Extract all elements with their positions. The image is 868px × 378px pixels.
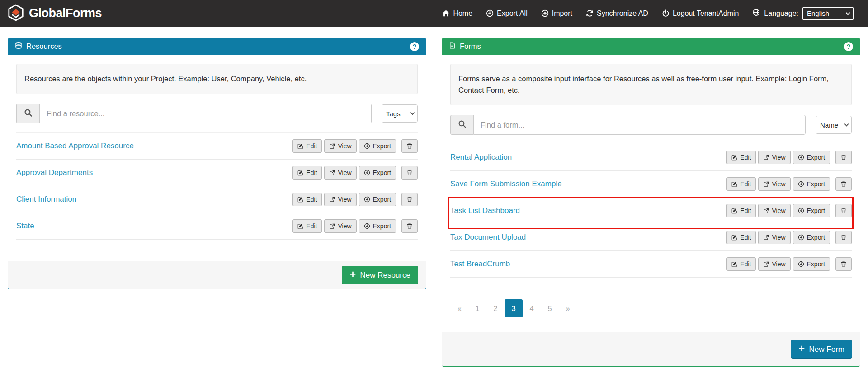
delete-button[interactable] <box>835 177 852 191</box>
forms-filter-select[interactable]: Name <box>816 116 852 134</box>
nav-logout[interactable]: Logout TenantAdmin <box>662 9 739 18</box>
pagination-prev[interactable]: « <box>450 299 468 317</box>
pagination-page-4[interactable]: 4 <box>523 299 541 317</box>
edit-button[interactable]: Edit <box>292 193 322 206</box>
export-icon <box>798 154 804 161</box>
export-icon <box>364 223 370 229</box>
resources-search-input[interactable] <box>39 104 372 123</box>
pagination-page-2[interactable]: 2 <box>486 299 505 317</box>
search-icon <box>458 120 467 130</box>
plus-icon <box>349 271 356 280</box>
export-button[interactable]: Export <box>793 177 830 191</box>
edit-button[interactable]: Edit <box>726 151 756 164</box>
trash-icon <box>840 154 847 161</box>
forms-search-addon <box>450 115 473 135</box>
export-icon <box>798 234 804 241</box>
nav-import[interactable]: Import <box>541 9 572 18</box>
forms-panel-body: Forms serve as a composite input interfa… <box>442 55 860 326</box>
delete-button[interactable] <box>835 204 852 217</box>
brand: GlobalForms <box>7 4 102 23</box>
edit-button[interactable]: Edit <box>726 204 756 217</box>
view-button[interactable]: View <box>758 151 790 164</box>
row-actions: Edit View Export <box>292 139 418 153</box>
export-button[interactable]: Export <box>359 139 396 153</box>
nav-synchronize-ad[interactable]: Synchronize AD <box>586 9 648 18</box>
globalforms-logo-icon <box>7 4 24 23</box>
export-icon <box>364 196 370 203</box>
resource-link[interactable]: State <box>16 222 34 231</box>
edit-button[interactable]: Edit <box>292 219 322 233</box>
form-link[interactable]: Rental Application <box>450 153 512 162</box>
edit-button[interactable]: Edit <box>292 166 322 180</box>
edit-button[interactable]: Edit <box>726 177 756 191</box>
form-link[interactable]: Task List Dashboard <box>450 206 520 215</box>
delete-button[interactable] <box>835 257 852 271</box>
pagination-page-3[interactable]: 3 <box>505 299 523 317</box>
edit-icon <box>731 235 737 241</box>
row-actions: Edit View Export <box>726 204 852 217</box>
form-link[interactable]: Save Form Submission Example <box>450 180 562 189</box>
forms-panel-title: Forms <box>460 42 481 51</box>
resource-link[interactable]: Approval Departments <box>16 168 93 177</box>
view-button[interactable]: View <box>324 139 356 153</box>
list-item: Test BreadCrumb Edit View Export <box>450 251 852 278</box>
forms-description: Forms serve as a composite input interfa… <box>450 64 852 105</box>
export-button[interactable]: Export <box>359 166 396 180</box>
export-icon <box>798 208 804 214</box>
edit-button[interactable]: Edit <box>292 139 322 153</box>
export-button[interactable]: Export <box>793 204 830 217</box>
export-button[interactable]: Export <box>793 151 830 164</box>
forms-help-button[interactable]: ? <box>844 42 853 51</box>
plus-icon <box>798 345 805 354</box>
export-button[interactable]: Export <box>359 193 396 206</box>
resources-list: Amount Based Approval Resource Edit View… <box>16 132 418 240</box>
edit-button[interactable]: Edit <box>726 231 756 244</box>
delete-button[interactable] <box>401 166 418 180</box>
new-resource-button[interactable]: New Resource <box>342 266 419 284</box>
form-link[interactable]: Test BreadCrumb <box>450 260 510 269</box>
resource-link[interactable]: Client Information <box>16 195 76 204</box>
pagination-page-5[interactable]: 5 <box>541 299 559 317</box>
external-link-icon <box>763 181 769 187</box>
forms-panel-footer: New Form <box>442 332 860 366</box>
delete-button[interactable] <box>835 151 852 164</box>
resources-panel-footer: New Resource <box>8 261 426 289</box>
edit-button[interactable]: Edit <box>726 257 756 271</box>
view-button[interactable]: View <box>324 166 356 180</box>
nav-home[interactable]: Home <box>442 9 472 18</box>
form-link[interactable]: Tax Document Upload <box>450 233 526 242</box>
resources-help-button[interactable]: ? <box>410 42 419 51</box>
external-link-icon <box>763 261 769 267</box>
nav-export-all[interactable]: Export All <box>486 9 528 18</box>
view-button[interactable]: View <box>758 177 790 191</box>
resources-filter-select[interactable]: Tags <box>382 104 418 123</box>
export-button[interactable]: Export <box>793 231 830 244</box>
view-button[interactable]: View <box>758 231 790 244</box>
resources-search-row: Tags <box>16 104 418 123</box>
external-link-icon <box>329 170 335 176</box>
forms-search-input[interactable] <box>473 115 806 135</box>
trash-icon <box>406 223 413 229</box>
pagination-next[interactable]: » <box>559 299 577 317</box>
delete-button[interactable] <box>835 231 852 244</box>
view-button[interactable]: View <box>758 204 790 217</box>
delete-button[interactable] <box>401 219 418 233</box>
view-button[interactable]: View <box>324 219 356 233</box>
delete-button[interactable] <box>401 193 418 206</box>
language-select[interactable]: English <box>802 7 854 20</box>
export-button[interactable]: Export <box>793 257 830 271</box>
pagination-page-1[interactable]: 1 <box>468 299 486 317</box>
view-button[interactable]: View <box>324 193 356 206</box>
export-icon <box>364 143 370 149</box>
external-link-icon <box>763 208 769 214</box>
external-link-icon <box>763 155 769 161</box>
row-actions: Edit View Export <box>726 177 852 191</box>
trash-icon <box>406 170 413 176</box>
export-button[interactable]: Export <box>359 219 396 233</box>
view-button[interactable]: View <box>758 257 790 271</box>
delete-button[interactable] <box>401 139 418 153</box>
edit-icon <box>731 208 737 214</box>
resource-link[interactable]: Amount Based Approval Resource <box>16 142 134 151</box>
new-form-button[interactable]: New Form <box>791 340 852 359</box>
trash-icon <box>406 143 413 149</box>
